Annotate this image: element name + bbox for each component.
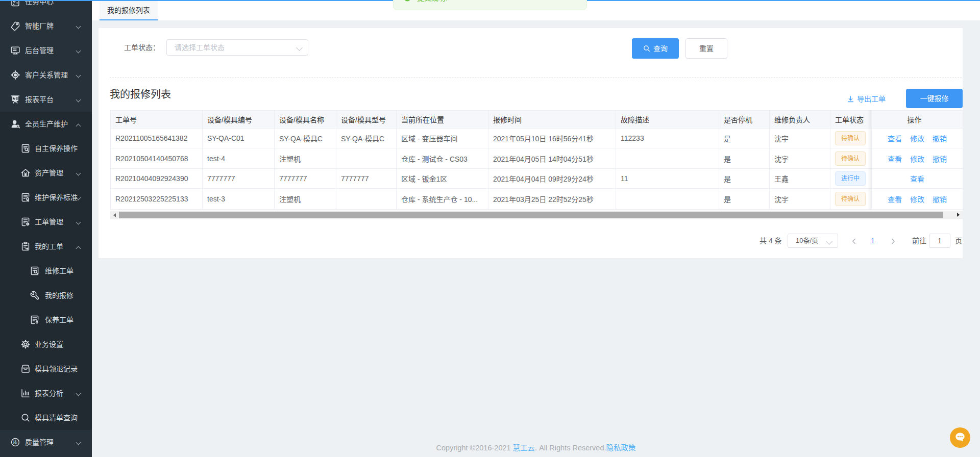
- svg-text:质: 质: [13, 439, 17, 445]
